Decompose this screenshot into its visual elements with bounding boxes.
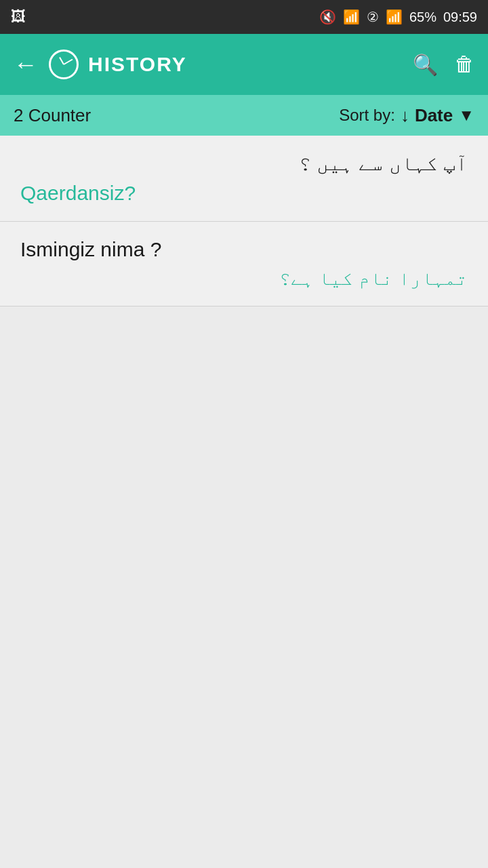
history-item-content: آپ کہاں سے ہیں ؟ Qaerdansiz? (20, 152, 468, 205)
title-area: HISTORY (49, 50, 402, 79)
history-item-urdu-2: تمہارا نام کیا ہے؟ (20, 268, 468, 290)
history-item-urdu-1: آپ کہاں سے ہیں ؟ (20, 152, 468, 175)
history-item-uzbek-2: Ismingiz nima ? (20, 238, 468, 261)
back-button[interactable]: ← (14, 50, 38, 79)
sim-icon: ② (367, 9, 379, 25)
sort-by-label: Sort by: (339, 106, 395, 125)
top-bar-actions: 🔍 🗑 (413, 53, 474, 77)
history-item-uzbek-1: Qaerdansiz? (20, 182, 468, 205)
clock-minute-hand (64, 59, 73, 65)
sort-direction-icon: ↓ (401, 105, 409, 126)
history-list: آپ کہاں سے ہیں ؟ Qaerdansiz? Ismingiz ni… (0, 136, 488, 307)
mute-icon: 🔇 (319, 9, 336, 25)
time-label: 09:59 (443, 9, 477, 25)
history-item-content: Ismingiz nima ? تمہارا نام کیا ہے؟ (20, 238, 468, 290)
top-bar: ← HISTORY 🔍 🗑 (0, 34, 488, 95)
sub-bar: 2 Counter Sort by: ↓ Date ▼ (0, 95, 488, 136)
page-title: HISTORY (88, 53, 187, 76)
history-item[interactable]: آپ کہاں سے ہیں ؟ Qaerdansiz? (0, 136, 488, 222)
sort-control[interactable]: Sort by: ↓ Date ▼ (339, 105, 474, 126)
delete-button[interactable]: 🗑 (454, 53, 474, 76)
sort-field-label: Date (415, 105, 453, 126)
status-bar-left: 🖼 (11, 8, 26, 26)
back-arrow-icon: ← (14, 50, 38, 79)
battery-label: 65% (409, 9, 436, 25)
status-bar-right: 🔇 📶 ② 📶 65% 09:59 (319, 9, 477, 25)
screenshot-icon: 🖼 (11, 8, 26, 26)
history-item[interactable]: Ismingiz nima ? تمہارا نام کیا ہے؟ (0, 222, 488, 307)
wifi-icon: 📶 (343, 9, 360, 25)
search-button[interactable]: 🔍 (413, 53, 438, 77)
status-bar: 🖼 🔇 📶 ② 📶 65% 09:59 (0, 0, 488, 34)
clock-icon (49, 50, 79, 79)
empty-area (0, 307, 488, 868)
signal-icon: 📶 (386, 9, 403, 25)
sort-dropdown-icon[interactable]: ▼ (458, 106, 474, 125)
counter-label: 2 Counter (14, 105, 91, 126)
